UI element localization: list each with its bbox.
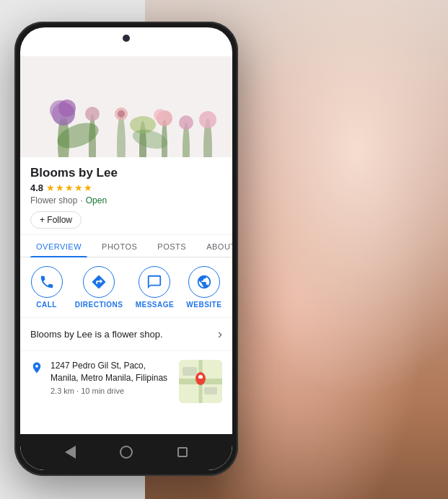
separator: · [80,195,82,206]
svg-point-19 [179,115,193,130]
tab-bar: OVERVIEW PHOTOS POSTS ABOUT [20,235,232,257]
nav-home-button[interactable] [119,445,133,459]
category-row: Flower shop · Open [30,195,222,206]
svg-point-17 [154,109,167,122]
svg-point-9 [85,107,100,121]
website-button[interactable]: WEBSITE [186,266,221,309]
back-triangle-icon [65,446,76,459]
svg-point-12 [118,110,125,118]
rating-row: 4.8 ★★★★★ [30,182,222,193]
directions-icon-circle [83,266,115,298]
phone-device: Blooms by Lee 4.8 ★★★★★ Flower shop · Op… [14,22,238,476]
message-icon-circle [139,266,170,298]
location-details: 1247 Pedro Gil St, Paco, Manila, Metro M… [50,360,172,395]
location-address: 1247 Pedro Gil St, Paco, Manila, Metro M… [50,360,172,384]
message-button[interactable]: MESSAGE [136,266,175,309]
tab-about[interactable]: ABOUT [201,235,232,257]
follow-button[interactable]: + Follow [30,211,82,229]
directions-button[interactable]: DIRECTIONS [75,266,123,309]
description-text: Blooms by Lee is a flower shop. [30,329,163,340]
camera-dot [123,35,130,42]
website-icon-circle [188,266,220,298]
website-label: WEBSITE [186,301,221,309]
hero-image [20,56,232,157]
nav-back-button[interactable] [63,445,77,459]
open-status: Open [86,195,107,206]
description-row[interactable]: Blooms by Lee is a flower shop. › [20,318,232,351]
call-button[interactable]: CALL [31,266,63,309]
recent-square-icon [177,447,188,457]
location-pin-icon [30,361,43,374]
message-label: MESSAGE [136,301,175,309]
business-name: Blooms by Lee [30,166,222,180]
phone-screen: Blooms by Lee 4.8 ★★★★★ Flower shop · Op… [20,27,232,470]
tab-photos[interactable]: PHOTOS [96,235,143,257]
stars: ★★★★★ [46,182,93,193]
svg-point-21 [199,111,216,128]
svg-rect-28 [204,387,217,394]
tab-posts[interactable]: POSTS [151,235,192,257]
directions-label: DIRECTIONS [75,301,123,309]
call-icon-circle [31,266,63,298]
call-label: CALL [36,301,57,309]
rating-number: 4.8 [30,182,43,193]
map-thumbnail[interactable] [179,360,222,403]
bottom-nav-bar [20,434,232,470]
svg-rect-27 [183,367,197,376]
tab-overview[interactable]: OVERVIEW [30,235,87,257]
location-distance: 2.3 km · 10 min drive [50,387,172,395]
screen-content: Blooms by Lee 4.8 ★★★★★ Flower shop · Op… [20,56,232,434]
action-buttons-row: CALL DIRECTIONS [20,257,232,318]
home-circle-icon [120,446,133,459]
location-row[interactable]: 1247 Pedro Gil St, Paco, Manila, Metro M… [20,351,232,412]
svg-point-7 [58,100,76,117]
business-info-section: Blooms by Lee 4.8 ★★★★★ Flower shop · Op… [20,157,232,235]
nav-recent-button[interactable] [175,445,190,459]
category-text: Flower shop [30,195,77,206]
chevron-right-icon: › [218,327,222,342]
